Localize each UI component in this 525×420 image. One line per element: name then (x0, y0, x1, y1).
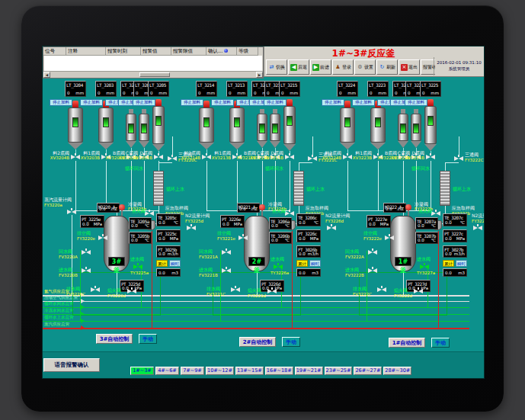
value: 0 (422, 91, 425, 95)
vent-valve[interactable] (238, 234, 248, 241)
condenser-valve[interactable] (285, 210, 294, 216)
feed-stop-label[interactable]: 停止加料 (181, 99, 203, 106)
voice-alarm-confirm-button[interactable]: 语音报警确认 (43, 358, 100, 372)
value: 0.0 (418, 223, 424, 228)
auto-control-button[interactable]: 3#自动控制 (96, 334, 133, 344)
condenser-valve[interactable] (145, 210, 154, 216)
condenser[interactable] (153, 171, 164, 206)
reactor-page-tab[interactable]: 23#~25# (325, 367, 353, 375)
reactor-page-tab[interactable]: 7#~9# (181, 367, 204, 375)
auto-control-button[interactable]: 1#自动控制 (389, 338, 425, 348)
reactor-page-tab[interactable]: 13#~15# (235, 367, 264, 375)
manual-mode-indicator[interactable]: 手动 (282, 337, 300, 347)
inlet-valve[interactable] (368, 267, 377, 274)
flameout-valve[interactable] (414, 287, 423, 294)
cooling-inlet-valve[interactable] (274, 263, 283, 270)
tank-level-window (234, 117, 240, 127)
reactor-page-tab[interactable]: 4#~6# (155, 367, 179, 375)
vent-valve[interactable] (385, 234, 394, 241)
unit: mm (431, 91, 439, 95)
reactor-page-tab[interactable]: 1#~3# (130, 367, 154, 375)
alarm-column-header[interactable]: 等级 (237, 47, 258, 56)
feed-stop-label[interactable]: 停止加料 (80, 99, 103, 106)
reactor-page-tab[interactable]: 19#~21# (295, 367, 323, 375)
toolbar-button[interactable]: ▶前进 (310, 59, 331, 75)
reactor-page-tab[interactable]: 26#~27# (354, 367, 382, 375)
toolbar-button[interactable]: ⚙设置 (354, 59, 376, 75)
feed-stop-label[interactable]: 停止加料 (133, 99, 155, 106)
tank-bottom-valve[interactable] (154, 153, 163, 160)
manual-mode-indicator[interactable]: 手动 (431, 338, 450, 348)
toolbar-button[interactable]: ⇄切换 (266, 59, 287, 75)
condenser-valve[interactable] (431, 210, 440, 216)
feed-stop-label[interactable]: 停止加料 (405, 99, 427, 106)
inlet-valve[interactable] (222, 267, 231, 274)
condenser[interactable] (293, 171, 304, 206)
feed-stop-label[interactable]: 停止加料 (50, 99, 72, 106)
alarm-column-header[interactable]: 报警时刻 (106, 47, 141, 56)
totalizer-total-button[interactable]: 累计 (443, 260, 454, 267)
feed-stop-label[interactable]: 停止加料 (322, 99, 344, 106)
feed-stop-label[interactable]: 停止加料 (211, 99, 234, 106)
return-valve[interactable] (82, 248, 91, 255)
drain-valve[interactable] (377, 286, 386, 293)
level-box: LT_32250mm (420, 81, 441, 97)
tank-bottom-valve[interactable] (426, 153, 435, 160)
reactor-name-plate: 3#釜 (108, 257, 125, 266)
toolbar-button[interactable]: ↻刷新 (376, 59, 398, 75)
reactor-page-tab[interactable]: 28#~30# (383, 367, 411, 375)
feed-stop-label[interactable]: 停止加料 (352, 99, 375, 106)
confirm-sort-icon[interactable] (224, 49, 228, 53)
alarm-column-header[interactable]: 位号 (43, 47, 66, 56)
three-way-valve[interactable] (454, 155, 463, 162)
tank-bottom-valve[interactable] (285, 153, 294, 160)
n2-flow-valve[interactable] (327, 224, 336, 231)
totalizer-inst-button[interactable]: 瞬时 (309, 260, 321, 267)
reactor-page-tab[interactable]: 10#~12# (206, 367, 234, 375)
toolbar-button[interactable]: ♟登录 (332, 59, 354, 75)
valve-stem (131, 287, 133, 290)
valve-stem (381, 286, 383, 288)
pipe (152, 231, 152, 328)
tank-valve-tag: XV3224B (315, 156, 341, 161)
tank-cone (340, 143, 355, 149)
pressure-box: PT_3226c0.0MPa (296, 229, 321, 242)
instrument-row: 0.0MPa (369, 222, 389, 226)
tank-valve-tag: XV3213B (205, 156, 231, 161)
feed-stop-label[interactable]: 停止加料 (264, 99, 287, 106)
n2-flow-valve[interactable] (473, 224, 482, 231)
alarm-column-header[interactable]: 注释 (66, 47, 106, 56)
condenser[interactable] (440, 171, 450, 206)
sample-valve-label: 应急取样阀 (452, 206, 475, 210)
drain-valve[interactable] (231, 286, 240, 293)
totalizer-inst-button[interactable]: 瞬时 (169, 260, 181, 267)
flameout-valve[interactable] (267, 287, 277, 294)
vent-valve-label: 排空阀 (77, 231, 91, 236)
manual-mode-indicator[interactable]: 手动 (139, 334, 157, 344)
alarm-column-header[interactable]: 报警限值 (171, 47, 206, 56)
valve-stem (102, 234, 104, 236)
alarm-column-header[interactable]: 报警值 (141, 47, 171, 56)
pipe (299, 162, 312, 163)
drain-valve[interactable] (91, 286, 100, 293)
instrument-row: 0.0℃ (299, 220, 319, 225)
inlet-valve[interactable] (82, 267, 91, 274)
cooling-inlet-valve[interactable] (420, 263, 429, 270)
cooling-inlet-valve[interactable] (133, 263, 142, 270)
value: 0.0 (445, 252, 452, 256)
reactor-page-tab[interactable]: 16#~18# (265, 367, 293, 375)
auto-control-button[interactable]: 2#自动控制 (239, 337, 276, 347)
totalizer-inst-button[interactable]: 瞬时 (456, 260, 467, 267)
totalizer-total-button[interactable]: 累计 (156, 260, 168, 267)
flameout-valve[interactable] (127, 287, 136, 294)
toolbar-button[interactable]: ◀后退 (288, 59, 309, 75)
toolbar-button[interactable]: ×退出 (399, 59, 420, 75)
return-valve[interactable] (368, 248, 377, 255)
unit: mm (378, 91, 386, 95)
alarm-column-header[interactable]: 确认... (206, 47, 237, 56)
vent-valve[interactable] (98, 234, 107, 241)
n2-flow-valve[interactable] (187, 224, 196, 231)
totalizer-total-button[interactable]: 累计 (296, 260, 308, 267)
valve-stem (226, 267, 227, 269)
return-valve[interactable] (222, 248, 231, 255)
